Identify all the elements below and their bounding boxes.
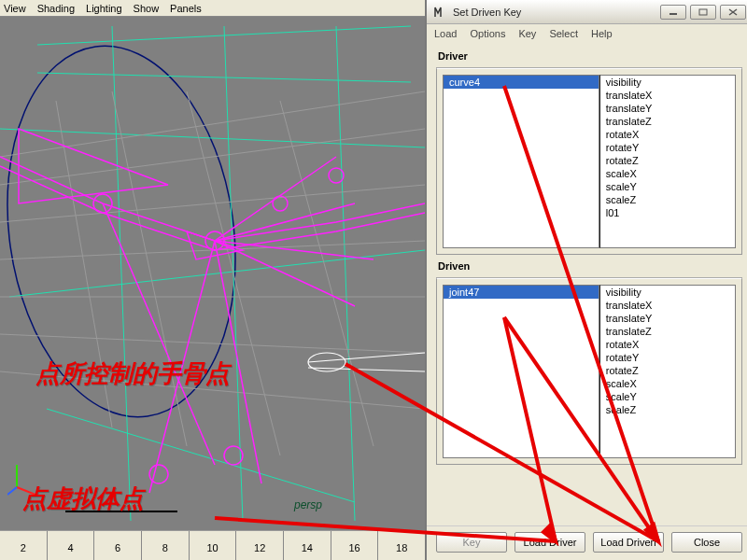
list-item[interactable]: translateZ	[600, 325, 735, 338]
menu-view[interactable]: View	[4, 3, 26, 14]
list-item[interactable]: translateY	[600, 102, 735, 115]
list-item[interactable]: visibility	[600, 76, 735, 89]
load-driver-button[interactable]: Load Driver	[514, 532, 585, 553]
driver-group: curve4 visibilitytranslateXtranslateYtra…	[436, 67, 742, 255]
menu-key[interactable]: Key	[518, 28, 536, 39]
viewport-menubar: View Shading Lighting Show Panels	[0, 0, 425, 17]
timeline-tick[interactable]: 6	[93, 531, 141, 560]
driver-object-list[interactable]: curve4	[443, 75, 599, 248]
svg-rect-13	[699, 9, 707, 15]
menu-panels[interactable]: Panels	[170, 3, 202, 14]
list-item[interactable]: scaleX	[600, 377, 735, 390]
list-item[interactable]: rotateY	[600, 351, 735, 364]
menu-help[interactable]: Help	[591, 28, 613, 39]
list-item[interactable]: translateY	[600, 312, 735, 325]
list-item[interactable]: joint47	[444, 286, 599, 299]
list-item[interactable]: l01	[600, 206, 735, 219]
menu-select[interactable]: Select	[549, 28, 578, 39]
close-button[interactable]	[720, 5, 746, 20]
list-item[interactable]: curve4	[444, 76, 599, 89]
driven-attr-list[interactable]: visibilitytranslateXtranslateYtranslateZ…	[599, 285, 736, 458]
list-item[interactable]: translateX	[600, 299, 735, 312]
list-item[interactable]: visibility	[600, 286, 735, 299]
list-item[interactable]: scaleX	[600, 167, 735, 180]
viewport-panel: View Shading Lighting Show Panels	[0, 0, 425, 560]
maximize-button[interactable]	[690, 5, 716, 20]
annotation-virtual-point: 点虚拟体点	[22, 483, 144, 515]
list-item[interactable]: rotateX	[600, 128, 735, 141]
list-item[interactable]: rotateY	[600, 141, 735, 154]
timeline-tick[interactable]: 8	[141, 531, 189, 560]
list-item[interactable]: translateX	[600, 89, 735, 102]
dialog-titlebar[interactable]: Set Driven Key	[427, 0, 747, 24]
svg-point-3	[273, 196, 288, 211]
timeline-tick[interactable]: 10	[189, 531, 236, 560]
menu-shading[interactable]: Shading	[37, 3, 75, 14]
driver-section-label: Driver	[438, 50, 742, 62]
list-item[interactable]: scaleZ	[600, 193, 735, 206]
dialog-button-row: Key Load Driver Load Driven Close	[427, 525, 747, 560]
menu-show[interactable]: Show	[134, 3, 160, 14]
driver-attr-list[interactable]: visibilitytranslateXtranslateYtranslateZ…	[599, 75, 736, 248]
key-button[interactable]: Key	[436, 532, 507, 553]
list-item[interactable]: rotateX	[600, 338, 735, 351]
set-driven-key-dialog: Set Driven Key Load Options Key Select H…	[425, 0, 747, 560]
annotation-hand-bone: 点所控制的手骨点	[35, 357, 230, 390]
list-item[interactable]: rotateZ	[600, 364, 735, 377]
menu-options[interactable]: Options	[470, 28, 505, 39]
app-icon	[432, 5, 447, 20]
timeline-tick[interactable]: 16	[331, 531, 378, 560]
wireframe-scene	[0, 17, 425, 530]
list-item[interactable]: rotateZ	[600, 154, 735, 167]
svg-point-6	[149, 465, 168, 483]
timeline-tick[interactable]: 4	[47, 531, 94, 560]
timeline-tick[interactable]: 12	[235, 531, 283, 560]
timeline[interactable]: 2 4 6 8 10 12 14 16 18	[0, 530, 425, 560]
svg-line-11	[7, 487, 17, 495]
viewport-canvas[interactable]: persp 点所控制的手骨点 点虚拟体点	[0, 17, 425, 530]
driven-group: joint47 visibilitytranslateXtranslateYtr…	[436, 277, 742, 465]
timeline-tick[interactable]: 2	[0, 531, 47, 560]
menu-lighting[interactable]: Lighting	[86, 3, 122, 14]
driven-object-list[interactable]: joint47	[443, 285, 599, 458]
list-item[interactable]: scaleY	[600, 180, 735, 193]
load-driven-button[interactable]: Load Driven	[593, 532, 664, 553]
menu-load[interactable]: Load	[434, 28, 457, 39]
list-item[interactable]: scaleZ	[600, 403, 735, 416]
dialog-title: Set Driven Key	[453, 7, 655, 18]
timeline-tick[interactable]: 18	[377, 531, 425, 560]
dialog-menubar: Load Options Key Select Help	[427, 24, 747, 43]
driven-section-label: Driven	[438, 260, 742, 272]
list-item[interactable]: translateZ	[600, 115, 735, 128]
minimize-button[interactable]	[660, 5, 686, 20]
list-item[interactable]: scaleY	[600, 390, 735, 403]
close-dialog-button[interactable]: Close	[671, 532, 742, 553]
timeline-tick[interactable]: 14	[283, 531, 331, 560]
camera-name-label: persp	[294, 498, 322, 511]
